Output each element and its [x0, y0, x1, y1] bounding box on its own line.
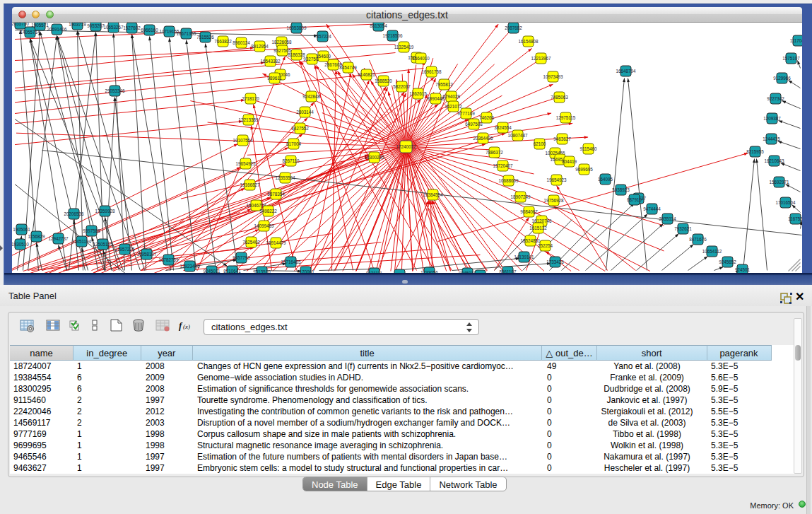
svg-text:9457791: 9457791 [233, 255, 250, 260]
svg-text:18524851: 18524851 [520, 238, 541, 243]
svg-text:1621072: 1621072 [445, 104, 462, 109]
svg-text:746266: 746266 [479, 115, 495, 120]
svg-text:116753: 116753 [788, 216, 801, 221]
svg-text:14139141: 14139141 [514, 255, 534, 259]
svg-text:5498222: 5498222 [259, 209, 277, 214]
svg-text:2718170: 2718170 [242, 96, 259, 101]
svg-text:8561107: 8561107 [499, 269, 517, 273]
svg-text:29053346: 29053346 [105, 88, 125, 93]
svg-text:8912954: 8912954 [251, 44, 269, 49]
svg-text:9245011: 9245011 [203, 269, 220, 273]
svg-text:252254: 252254 [538, 243, 553, 248]
svg-text:16154808: 16154808 [518, 39, 539, 44]
svg-text:1156829: 1156829 [28, 234, 45, 239]
svg-text:10958107: 10958107 [136, 252, 157, 257]
svg-text:7625402: 7625402 [242, 240, 260, 245]
svg-text:6794028: 6794028 [442, 94, 460, 99]
svg-text:1564010: 1564010 [412, 56, 430, 61]
svg-text:1209387: 1209387 [763, 116, 781, 121]
svg-text:9084067: 9084067 [520, 209, 538, 214]
svg-text:12353594: 12353594 [275, 175, 295, 180]
svg-text:1117041: 1117041 [790, 38, 802, 43]
svg-text:817004: 817004 [286, 141, 302, 146]
svg-text:9313510: 9313510 [253, 269, 271, 273]
svg-text:1527602: 1527602 [123, 25, 141, 30]
svg-text:1244415: 1244415 [763, 136, 780, 141]
svg-text:15692971: 15692971 [769, 180, 789, 185]
svg-text:(x): (x) [183, 323, 190, 330]
svg-text:16210643: 16210643 [764, 158, 784, 163]
svg-text:9053267: 9053267 [87, 23, 105, 28]
svg-text:9777169: 9777169 [457, 111, 475, 116]
svg-text:9129966: 9129966 [773, 76, 791, 81]
svg-text:12923446: 12923446 [180, 264, 200, 269]
svg-text:8813054: 8813054 [370, 23, 387, 28]
svg-text:19218506: 19218506 [382, 33, 403, 38]
svg-text:12975115: 12975115 [556, 115, 576, 120]
svg-text:1575107: 1575107 [782, 56, 800, 61]
svg-text:3824554: 3824554 [494, 125, 512, 130]
svg-text:17240072: 17240072 [396, 144, 416, 149]
svg-text:8454749: 8454749 [339, 65, 357, 70]
svg-text:9242848: 9242848 [302, 94, 320, 99]
svg-text:15716485: 15716485 [281, 259, 301, 264]
svg-text:16671355: 16671355 [176, 31, 196, 36]
svg-text:19166827: 19166827 [240, 182, 260, 187]
svg-text:20206536: 20206536 [64, 211, 84, 216]
svg-text:10807487: 10807487 [507, 133, 528, 138]
svg-text:17957225: 17957225 [114, 247, 135, 252]
svg-text:8710641: 8710641 [223, 269, 241, 273]
svg-text:1362615: 1362615 [409, 91, 427, 96]
svg-text:2055750: 2055750 [12, 23, 29, 26]
svg-text:16782759: 16782759 [158, 257, 179, 262]
svg-text:1903719: 1903719 [69, 23, 86, 27]
svg-text:1733056: 1733056 [420, 270, 438, 273]
svg-text:12505135: 12505135 [93, 242, 113, 247]
svg-text:154600: 154600 [316, 54, 331, 59]
svg-text:19654925: 19654925 [235, 161, 256, 166]
svg-text:9465546: 9465546 [391, 272, 408, 273]
svg-text:8960124: 8960124 [233, 40, 250, 45]
svg-text:62100: 62100 [534, 141, 546, 146]
svg-text:7886372: 7886372 [486, 150, 503, 155]
svg-text:5878354: 5878354 [267, 192, 285, 197]
svg-text:9397588: 9397588 [83, 228, 100, 233]
svg-text:687919: 687919 [627, 197, 642, 202]
svg-text:2087682: 2087682 [505, 25, 522, 30]
svg-text:7663822: 7663822 [214, 39, 232, 44]
svg-text:2935114: 2935114 [659, 216, 676, 221]
svg-text:12213967: 12213967 [531, 56, 551, 61]
svg-text:9170061: 9170061 [297, 269, 314, 273]
svg-text:10653267: 10653267 [103, 25, 124, 30]
svg-text:8215955: 8215955 [746, 149, 764, 154]
svg-text:8427552: 8427552 [291, 126, 309, 131]
svg-text:9227342: 9227342 [767, 96, 784, 101]
svg-text:12942737: 12942737 [48, 236, 69, 241]
svg-text:10688609: 10688609 [498, 178, 519, 183]
svg-text:7857224: 7857224 [314, 34, 331, 39]
svg-text:18226058: 18226058 [271, 40, 292, 45]
svg-text:16961758: 16961758 [421, 69, 442, 74]
svg-text:1615132: 1615132 [529, 226, 547, 230]
svg-text:989611: 989611 [267, 76, 282, 81]
svg-text:10654112: 10654112 [702, 249, 722, 254]
svg-text:19384554: 19384554 [423, 192, 443, 197]
svg-text:6966160: 6966160 [141, 28, 158, 33]
svg-text:12213389: 12213389 [238, 117, 259, 122]
svg-text:8267110: 8267110 [282, 158, 300, 163]
svg-text:7485063: 7485063 [551, 95, 568, 100]
svg-text:1905061: 1905061 [13, 227, 30, 232]
svg-text:924501: 924501 [735, 267, 751, 272]
svg-text:804419: 804419 [562, 159, 577, 164]
svg-text:9146821: 9146821 [358, 72, 375, 77]
svg-text:6497508: 6497508 [465, 122, 483, 127]
svg-text:18300295: 18300295 [364, 155, 384, 160]
svg-text:7515526: 7515526 [196, 35, 214, 40]
svg-text:16543382: 16543382 [260, 59, 281, 64]
svg-text:9474444: 9474444 [643, 206, 661, 211]
svg-text:5822037: 5822037 [393, 84, 411, 89]
svg-text:18907249: 18907249 [510, 194, 531, 199]
svg-text:1733426: 1733426 [546, 259, 564, 264]
svg-text:1588520: 1588520 [375, 78, 392, 83]
svg-text:164095: 164095 [598, 177, 613, 182]
